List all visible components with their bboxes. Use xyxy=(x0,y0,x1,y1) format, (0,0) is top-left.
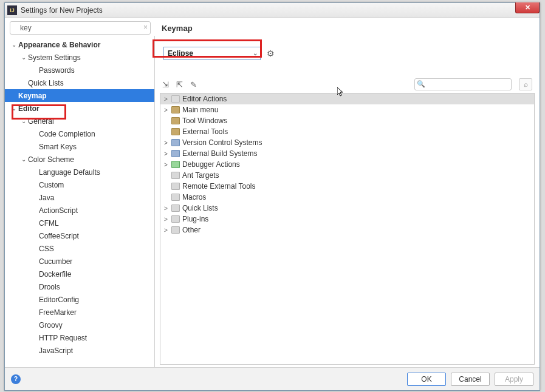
action-item-remote-external-tools[interactable]: >Remote External Tools xyxy=(160,181,534,192)
action-item-debugger-actions[interactable]: >Debugger Actions xyxy=(160,159,534,170)
sidebar-item-system-settings[interactable]: ⌄System Settings xyxy=(5,51,154,64)
sidebar-item-code-completion[interactable]: Code Completion xyxy=(5,127,154,140)
sidebar-item-label: Custom xyxy=(39,181,64,189)
action-item-version-control-systems[interactable]: >Version Control Systems xyxy=(160,137,534,148)
actions-tree[interactable]: >Editor Actions>Main menu>Tool Windows>E… xyxy=(160,93,535,365)
action-item-external-build-systems[interactable]: >External Build Systems xyxy=(160,148,534,159)
folder-icon xyxy=(171,172,180,179)
sidebar-item-label: Quick Lists xyxy=(28,79,64,87)
folder-icon xyxy=(171,204,180,212)
action-item-label: External Build Systems xyxy=(182,149,257,158)
chevron-right-icon: > xyxy=(164,140,171,146)
gear-icon[interactable]: ⚙ xyxy=(267,49,275,58)
settings-tree[interactable]: ⌄Appearance & Behavior⌄System SettingsPa… xyxy=(5,36,155,367)
chevron-down-icon: ⌄ xyxy=(10,105,18,112)
sidebar-item-color-scheme[interactable]: ⌄Color Scheme xyxy=(5,153,154,166)
action-item-macros[interactable]: >Macros xyxy=(160,192,534,203)
folder-icon xyxy=(171,106,180,113)
sidebar-item-label: Groovy xyxy=(39,321,63,329)
sidebar-item-general[interactable]: ⌄General xyxy=(5,115,154,127)
sidebar-item-label: Appearance & Behavior xyxy=(18,41,100,49)
sidebar-item-freemarker[interactable]: FreeMarker xyxy=(5,306,154,319)
sidebar-item-label: Smart Keys xyxy=(39,143,77,151)
sidebar-item-label: Keymap xyxy=(18,92,47,100)
search-wrap: 🔍 × xyxy=(10,21,151,35)
sidebar-item-label: Dockerfile xyxy=(39,270,71,279)
find-by-shortcut-button[interactable]: ⌕ xyxy=(519,78,532,90)
sidebar-item-passwords[interactable]: Passwords xyxy=(5,64,154,76)
folder-icon xyxy=(171,128,180,135)
sidebar-item-cucumber[interactable]: Cucumber xyxy=(5,255,154,268)
action-item-editor-actions[interactable]: >Editor Actions xyxy=(160,93,534,104)
sidebar-item-groovy[interactable]: Groovy xyxy=(5,319,154,331)
sidebar-item-keymap[interactable]: Keymap xyxy=(5,89,154,102)
folder-icon xyxy=(171,226,180,234)
sidebar-item-label: Java xyxy=(39,194,54,202)
ok-button[interactable]: OK xyxy=(407,373,446,386)
action-item-label: Quick Lists xyxy=(182,204,218,212)
folder-icon xyxy=(171,139,180,146)
expand-all-icon[interactable]: ⇲ xyxy=(162,80,169,89)
sidebar-item-smart-keys[interactable]: Smart Keys xyxy=(5,140,154,153)
collapse-all-icon[interactable]: ⇱ xyxy=(176,80,183,89)
chevron-right-icon: > xyxy=(164,227,171,234)
action-item-label: Debugger Actions xyxy=(182,160,240,169)
chevron-right-icon: > xyxy=(164,161,171,168)
chevron-right-icon: > xyxy=(164,96,171,103)
content-area: 🔍 × Keymap ⌄Appearance & Behavior⌄System… xyxy=(5,18,540,390)
clear-search-icon[interactable]: × xyxy=(143,23,148,32)
edit-icon[interactable]: ✎ xyxy=(190,80,197,89)
sidebar-item-java[interactable]: Java xyxy=(5,191,154,204)
action-item-label: Other xyxy=(182,226,201,234)
sidebar-item-appearance-behavior[interactable]: ⌄Appearance & Behavior xyxy=(5,38,154,51)
settings-dialog: IJ Settings for New Projects ✕ 🔍 × Keyma… xyxy=(4,2,540,391)
sidebar-item-actionscript[interactable]: ActionScript xyxy=(5,204,154,217)
folder-icon xyxy=(171,161,180,168)
sidebar-item-label: CFML xyxy=(39,219,59,228)
sidebar-item-drools[interactable]: Drools xyxy=(5,280,154,293)
panel-title: Keymap xyxy=(162,24,193,33)
action-item-quick-lists[interactable]: >Quick Lists xyxy=(160,203,534,214)
sidebar-item-css[interactable]: CSS xyxy=(5,242,154,255)
main-row: ⌄Appearance & Behavior⌄System SettingsPa… xyxy=(5,36,540,367)
action-item-label: Remote External Tools xyxy=(182,182,256,191)
sidebar-item-custom[interactable]: Custom xyxy=(5,178,154,191)
sidebar-item-coffeescript[interactable]: CoffeeScript xyxy=(5,229,154,242)
sidebar-item-editorconfig[interactable]: EditorConfig xyxy=(5,293,154,306)
sidebar-item-editor[interactable]: ⌄Editor xyxy=(5,102,154,115)
action-item-label: Main menu xyxy=(182,106,218,114)
sidebar-item-dockerfile[interactable]: Dockerfile xyxy=(5,268,154,280)
settings-search-input[interactable] xyxy=(10,21,151,35)
keymap-combobox[interactable]: Eclipse ⌄ xyxy=(163,47,261,60)
action-item-label: Version Control Systems xyxy=(182,138,262,147)
sidebar-item-language-defaults[interactable]: Language Defaults xyxy=(5,166,154,178)
sidebar-item-javascript[interactable]: JavaScript xyxy=(5,344,154,357)
sidebar-item-label: Editor xyxy=(18,104,39,113)
action-item-ant-targets[interactable]: >Ant Targets xyxy=(160,170,534,181)
action-item-label: Editor Actions xyxy=(182,95,227,103)
sidebar-item-cfml[interactable]: CFML xyxy=(5,217,154,229)
actions-toolbar: ⇲ ⇱ ✎ 🔍 ⌕ xyxy=(160,78,535,90)
chevron-down-icon: ⌄ xyxy=(10,41,18,48)
cancel-button[interactable]: Cancel xyxy=(451,373,490,386)
folder-icon xyxy=(171,95,180,103)
close-button[interactable]: ✕ xyxy=(515,2,540,13)
action-item-plug-ins[interactable]: >Plug-ins xyxy=(160,214,534,225)
action-item-external-tools[interactable]: >External Tools xyxy=(160,126,534,137)
sidebar-item-label: General xyxy=(28,117,54,126)
action-item-other[interactable]: >Other xyxy=(160,225,534,235)
sidebar-item-label: Language Defaults xyxy=(39,168,100,177)
sidebar-item-http-request[interactable]: HTTP Request xyxy=(5,331,154,344)
top-row: 🔍 × Keymap xyxy=(5,18,540,36)
titlebar: IJ Settings for New Projects ✕ xyxy=(5,3,540,18)
apply-button[interactable]: Apply xyxy=(495,373,533,386)
help-button[interactable]: ? xyxy=(11,374,21,384)
action-item-tool-windows[interactable]: >Tool Windows xyxy=(160,115,534,126)
actions-filter-input[interactable] xyxy=(414,78,512,90)
sidebar-item-label: JavaScript xyxy=(39,346,73,355)
action-item-main-menu[interactable]: >Main menu xyxy=(160,104,534,115)
action-item-label: Macros xyxy=(182,193,206,201)
sidebar-item-quick-lists[interactable]: Quick Lists xyxy=(5,76,154,89)
actions-filter-wrap: 🔍 xyxy=(414,78,512,90)
action-item-label: Ant Targets xyxy=(182,171,219,180)
